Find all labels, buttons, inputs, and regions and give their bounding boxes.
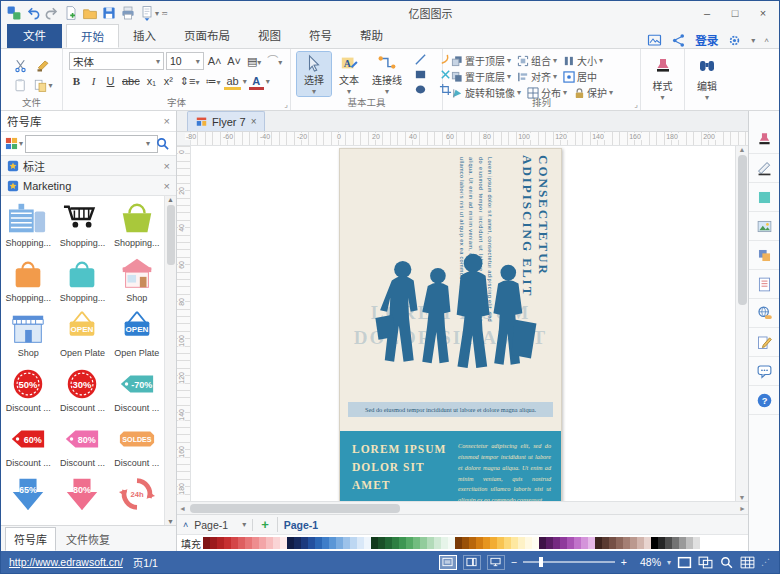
- minimize-button[interactable]: –: [693, 3, 721, 23]
- symbol-bag[interactable]: Shopping...: [55, 255, 109, 304]
- color-swatch[interactable]: [476, 537, 483, 549]
- color-swatch[interactable]: [518, 537, 525, 549]
- zoom-caret-icon[interactable]: ▾: [667, 558, 671, 567]
- menu-tab-3[interactable]: 页面布局: [170, 24, 244, 48]
- connector-tool-button[interactable]: 连接线▾: [367, 52, 407, 96]
- symbol-shop-house[interactable]: Shop: [110, 255, 164, 304]
- select-tool-button[interactable]: 选择▾: [297, 52, 331, 96]
- symbol-disc-arrow[interactable]: 80%: [55, 475, 109, 524]
- color-swatch[interactable]: [259, 537, 266, 549]
- document-tab-close-icon[interactable]: ×: [251, 116, 257, 127]
- color-swatch[interactable]: [322, 537, 329, 549]
- symbol-search-input[interactable]: [25, 135, 158, 153]
- color-swatch[interactable]: [434, 537, 441, 549]
- paste-options-icon[interactable]: ▾: [33, 76, 53, 95]
- zoom-level[interactable]: 48%: [633, 556, 661, 568]
- color-swatch[interactable]: [224, 537, 231, 549]
- color-swatch[interactable]: [385, 537, 392, 549]
- color-swatch[interactable]: [238, 537, 245, 549]
- open-folder-icon[interactable]: [82, 5, 98, 21]
- color-swatch[interactable]: [399, 537, 406, 549]
- color-swatch[interactable]: [546, 537, 553, 549]
- print-icon[interactable]: [120, 5, 136, 21]
- color-swatch[interactable]: [413, 537, 420, 549]
- color-swatch[interactable]: [392, 537, 399, 549]
- pagebar-collapse-icon[interactable]: ˄: [183, 520, 188, 530]
- edit-button[interactable]: 编辑▾: [691, 52, 723, 102]
- help-icon[interactable]: ?: [749, 386, 779, 415]
- color-swatch[interactable]: [462, 537, 469, 549]
- font-dialog-launcher-icon[interactable]: ⌟: [284, 100, 288, 109]
- color-swatch[interactable]: [539, 537, 546, 549]
- section-close-icon[interactable]: ×: [164, 180, 170, 192]
- color-swatch[interactable]: [210, 537, 217, 549]
- symbol-disc-tag[interactable]: 60%Discount ...: [1, 420, 55, 469]
- symbol-disc-circle[interactable]: 30%Discount ...: [55, 365, 109, 414]
- color-swatch[interactable]: [504, 537, 511, 549]
- subscript-button[interactable]: x₁: [144, 73, 159, 90]
- color-swatch[interactable]: [658, 537, 665, 549]
- color-swatch[interactable]: [595, 537, 602, 549]
- left-panel-tab-1[interactable]: 文件恢复: [58, 528, 118, 550]
- color-swatch[interactable]: [406, 537, 413, 549]
- maximize-button[interactable]: □: [721, 3, 749, 23]
- superscript-button[interactable]: x²: [161, 73, 176, 90]
- arrange-bring-front-button[interactable]: 置于顶层▾: [449, 53, 513, 68]
- collapse-ribbon-icon[interactable]: ˄: [764, 36, 769, 45]
- edraw-logo-icon[interactable]: [6, 5, 22, 21]
- note-icon[interactable]: [749, 270, 779, 299]
- color-swatch[interactable]: [525, 537, 532, 549]
- grow-font-button[interactable]: A˄: [206, 53, 224, 70]
- menu-tab-1[interactable]: 开始: [66, 24, 119, 48]
- rectangle-tool-icon[interactable]: [410, 67, 430, 81]
- style-stamp-icon[interactable]: [749, 125, 779, 154]
- symbol-open-sign[interactable]: OPENOpen Plate: [110, 310, 164, 359]
- color-swatch[interactable]: [581, 537, 588, 549]
- page-selector[interactable]: Page-1▾: [194, 519, 253, 531]
- color-swatch[interactable]: [336, 537, 343, 549]
- paste-icon[interactable]: [10, 76, 30, 95]
- font-name-select[interactable]: 宋体▾: [69, 52, 164, 70]
- color-swatch[interactable]: [553, 537, 560, 549]
- arrange-center-button[interactable]: 居中: [561, 69, 599, 84]
- color-swatch[interactable]: [329, 537, 336, 549]
- comment-icon[interactable]: [749, 357, 779, 386]
- color-swatch[interactable]: [616, 537, 623, 549]
- symbol-basket[interactable]: Shopping...: [110, 200, 164, 249]
- preview-doc-icon[interactable]: [139, 5, 155, 21]
- symbol-hours[interactable]: 24h: [110, 475, 164, 524]
- color-swatch[interactable]: [693, 537, 700, 549]
- ellipse-tool-icon[interactable]: [410, 82, 430, 96]
- gear-caret-icon[interactable]: ▾: [751, 36, 755, 45]
- color-swatch[interactable]: [455, 537, 462, 549]
- menu-tab-4[interactable]: 视图: [244, 24, 295, 48]
- bold-button[interactable]: B: [69, 73, 84, 90]
- color-swatch[interactable]: [686, 537, 693, 549]
- insert-image-icon[interactable]: [749, 212, 779, 241]
- search-history-caret-icon[interactable]: ▾: [146, 139, 150, 148]
- menu-tab-2[interactable]: 插入: [119, 24, 170, 48]
- italic-button[interactable]: I: [86, 73, 101, 90]
- arrange-send-back-button[interactable]: 置于底层▾: [449, 69, 513, 84]
- color-swatch[interactable]: [511, 537, 518, 549]
- menu-tab-6[interactable]: 帮助: [346, 24, 397, 48]
- symbol-bag[interactable]: Shopping...: [1, 255, 55, 304]
- color-swatch[interactable]: [217, 537, 224, 549]
- color-swatch[interactable]: [469, 537, 476, 549]
- color-swatch[interactable]: [231, 537, 238, 549]
- page-layout-view-icon[interactable]: [463, 555, 481, 570]
- edrawsoft-link[interactable]: http://www.edrawsoft.cn/: [9, 556, 123, 568]
- vertical-scrollbar[interactable]: ▲▼: [735, 146, 748, 501]
- library-section-callouts[interactable]: 标注 ×: [1, 156, 176, 176]
- normal-view-icon[interactable]: [439, 555, 457, 570]
- left-panel-tab-0[interactable]: 符号库: [5, 527, 56, 551]
- color-swatch[interactable]: [364, 537, 371, 549]
- zoom-in-button[interactable]: +: [621, 556, 627, 568]
- document-tab-flyer7[interactable]: Flyer 7 ×: [187, 111, 265, 131]
- login-link[interactable]: 登录: [695, 32, 718, 48]
- color-swatch[interactable]: [448, 537, 455, 549]
- color-swatch[interactable]: [266, 537, 273, 549]
- symbol-disc-pill[interactable]: SOLDESDiscount ...: [110, 420, 164, 469]
- resize-grip[interactable]: ⋰: [761, 557, 771, 567]
- color-swatch[interactable]: [371, 537, 378, 549]
